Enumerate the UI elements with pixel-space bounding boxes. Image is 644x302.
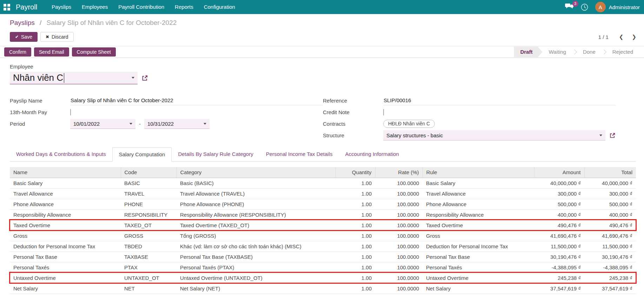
cell-code[interactable]: TBDED [121,241,177,251]
cell-amount[interactable]: 41,690,476 ₫ [534,230,584,241]
cell-rule[interactable]: Basic Salary [423,178,534,188]
cell-code[interactable]: TAXBASE [121,251,177,262]
structure-external-link-icon[interactable] [609,132,616,139]
cell-rate[interactable]: 100.0000 [375,251,423,262]
cell-category[interactable]: Taxed Overtime (TAXED_OT) [177,220,336,230]
cell-rule[interactable]: Personal Taxés [423,262,534,273]
table-row-phone-allowance[interactable]: Phone AllowancePHONEPhone Allowance (PHO… [10,199,636,209]
cell-code[interactable]: PHONE [121,199,177,209]
cell-rate[interactable]: 100.0000 [375,283,423,294]
table-row-deduction-for-personal-income-tax[interactable]: Deduction for Personal Income TaxTBDEDKh… [10,241,636,251]
cell-total[interactable]: 300,000 ₫ [584,188,636,199]
structure-caret-icon[interactable] [599,134,602,136]
cell-rule[interactable]: Net Salary [423,283,534,294]
column-header-total[interactable]: Total [584,167,636,178]
cell-name[interactable]: Responsibility Allowance [10,209,121,220]
cell-quantity[interactable]: 1.00 [336,230,375,241]
cell-total[interactable]: 40,000,000 ₫ [584,178,636,188]
table-row-travel-allowance[interactable]: Travel AllowanceTRAVELTravel Allowance (… [10,188,636,199]
cell-total[interactable]: 400,000 ₫ [584,209,636,220]
nav-item-configuration[interactable]: Configuration [199,0,240,14]
cell-amount[interactable]: -4,388,095 ₫ [534,262,584,273]
payslip-name-input[interactable]: Salary Slip of Nhân viên C for October-2… [70,96,323,105]
tab-personal-income-tax-details[interactable]: Personal Income Tax Details [260,147,339,162]
activity-clock-icon[interactable] [581,4,588,11]
cell-amount[interactable]: 300,000 ₫ [534,188,584,199]
cell-total[interactable]: 11,500,000 ₫ [584,241,636,251]
status-step-rejected[interactable]: Rejected [606,47,639,57]
cell-amount[interactable]: 11,500,000 ₫ [534,241,584,251]
compute-sheet-button[interactable]: Compute Sheet [72,47,116,57]
pager-previous-icon[interactable]: ❮ [619,34,624,40]
cell-quantity[interactable]: 1.00 [336,251,375,262]
cell-name[interactable]: Gross [10,230,121,241]
column-header-category[interactable]: Category [177,167,336,178]
tab-worked-days-contributions-inputs[interactable]: Worked Days & Contributions & Inputs [10,147,112,162]
cell-code[interactable]: GROSS [121,230,177,241]
column-header-rule[interactable]: Rule [423,167,534,178]
cell-total[interactable]: 41,690,476 ₫ [584,230,636,241]
cell-name[interactable]: Basic Salary [10,178,121,188]
pager-next-icon[interactable]: ❯ [632,34,636,40]
cell-category[interactable]: Untaxed Overtime (UNTAXED_OT) [177,273,336,283]
cell-total[interactable]: 30,190,476 ₫ [584,251,636,262]
cell-quantity[interactable]: 1.00 [336,220,375,230]
cell-quantity[interactable]: 1.00 [336,262,375,273]
cell-rate[interactable]: 100.0000 [375,178,423,188]
cell-quantity[interactable]: 1.00 [336,273,375,283]
cell-category[interactable]: Khác (vd: làm cơ sở cho các tính toán kh… [177,241,336,251]
cell-rate[interactable]: 100.0000 [375,188,423,199]
structure-input[interactable]: Salary structures - basic [383,130,605,140]
cell-amount[interactable]: 40,000,000 ₫ [534,178,584,188]
column-header-code[interactable]: Code [121,167,177,178]
apps-grid-icon[interactable] [4,4,10,11]
cell-quantity[interactable]: 1.00 [336,283,375,294]
table-row-responsibility-allowance[interactable]: Responsibility AllowanceRESPONSIBILITYRe… [10,209,636,220]
cell-quantity[interactable]: 1.00 [336,199,375,209]
cell-total[interactable]: 500,000 ₫ [584,199,636,209]
cell-rate[interactable]: 100.0000 [375,262,423,273]
tab-salary-computation[interactable]: Salary Computation [112,147,172,162]
cell-total[interactable]: 245,238 ₫ [584,273,636,283]
cell-amount[interactable]: 490,476 ₫ [534,220,584,230]
period-from-input[interactable]: 10/01/2022 [70,119,135,129]
cell-total[interactable]: 37,547,619 ₫ [584,283,636,294]
status-step-done[interactable]: Done [577,47,602,57]
cell-category[interactable]: Responsibility Allowance (RESPONSIBILITY… [177,209,336,220]
messages-icon[interactable]: 3 [565,3,574,11]
cell-rule[interactable]: Gross [423,230,534,241]
period-to-input[interactable]: 10/31/2022 [144,119,210,129]
cell-rule[interactable]: Deduction for Personal Income Tax [423,241,534,251]
table-row-personal-tax-s[interactable]: Personal TaxésPTAXPersonal Taxés (PTAX)1… [10,262,636,273]
cell-rate[interactable]: 100.0000 [375,230,423,241]
status-step-draft[interactable]: Draft [514,47,542,57]
period-from-caret-icon[interactable] [130,123,132,125]
thirteenth-month-checkbox[interactable] [70,109,71,116]
status-step-waiting[interactable]: Waiting [542,47,572,57]
cell-code[interactable]: UNTAXED_OT [121,273,177,283]
cell-code[interactable]: RESPONSIBILITY [121,209,177,220]
cell-amount[interactable]: 245,238 ₫ [534,273,584,283]
nav-item-payroll-contribution[interactable]: Payroll Contribution [113,0,170,14]
reference-input[interactable]: SLIP/00016 [383,96,616,105]
nav-item-reports[interactable]: Reports [170,0,199,14]
cell-amount[interactable]: 30,190,476 ₫ [534,251,584,262]
cell-total[interactable]: 490,476 ₫ [584,220,636,230]
contract-tag[interactable]: HĐLĐ Nhân viên C [383,120,435,128]
cell-name[interactable]: Personal Taxés [10,262,121,273]
cell-name[interactable]: Taxed Overtime [10,220,121,230]
employee-dropdown-caret-icon[interactable] [132,77,134,79]
cell-category[interactable]: Tổng (GROSS) [177,230,336,241]
cell-rule[interactable]: Responsibility Allowance [423,209,534,220]
send-email-button[interactable]: Send Email [34,47,69,57]
cell-total[interactable]: -4,388,095 ₫ [584,262,636,273]
cell-rule[interactable]: Taxed Overtime [423,220,534,230]
cell-name[interactable]: Travel Allowance [10,188,121,199]
nav-item-payslips[interactable]: Payslips [46,0,77,14]
cell-rate[interactable]: 100.0000 [375,273,423,283]
employee-input[interactable]: Nhân viên C [10,72,138,84]
cell-name[interactable]: Untaxed Overtime [10,273,121,283]
nav-item-employees[interactable]: Employees [77,0,113,14]
cell-code[interactable]: TRAVEL [121,188,177,199]
table-row-personal-tax-base[interactable]: Personal Tax BaseTAXBASEPersonal Tax Bas… [10,251,636,262]
